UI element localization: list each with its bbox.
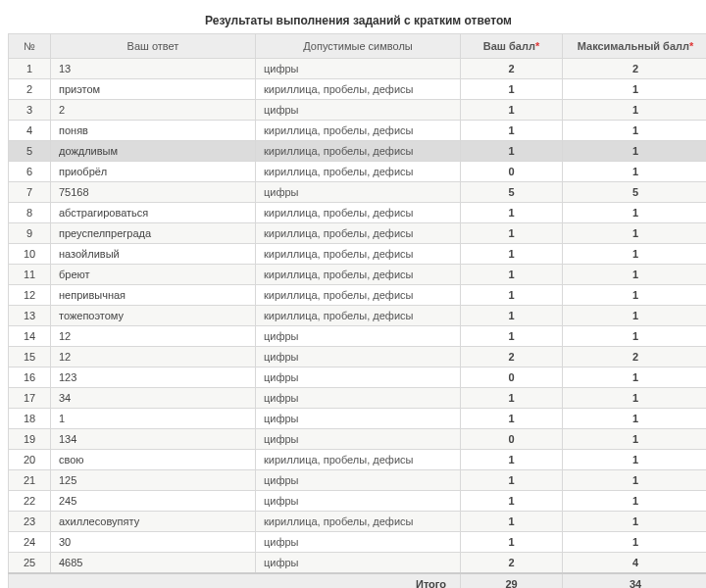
cell-answer: непривычная bbox=[51, 285, 256, 306]
table-row: 20своюкириллица, пробелы, дефисы11 bbox=[9, 450, 707, 470]
cell-max: 1 bbox=[563, 368, 707, 388]
cell-num: 8 bbox=[9, 203, 51, 223]
cell-score: 1 bbox=[461, 141, 563, 162]
cell-score: 1 bbox=[461, 491, 563, 512]
cell-score: 1 bbox=[461, 306, 563, 326]
table-row: 22245цифры11 bbox=[9, 491, 707, 512]
cell-num: 16 bbox=[9, 368, 51, 388]
header-answer: Ваш ответ bbox=[51, 34, 256, 59]
cell-max: 1 bbox=[563, 162, 707, 182]
table-row: 6приобрёлкириллица, пробелы, дефисы01 bbox=[9, 162, 707, 182]
cell-symbols: кириллица, пробелы, дефисы bbox=[256, 450, 461, 470]
table-row: 8абстрагироватьсякириллица, пробелы, деф… bbox=[9, 203, 707, 223]
cell-score: 2 bbox=[461, 553, 563, 574]
cell-score: 1 bbox=[461, 532, 563, 553]
cell-max: 1 bbox=[563, 388, 707, 409]
cell-symbols: цифры bbox=[256, 429, 461, 450]
cell-max: 1 bbox=[563, 265, 707, 285]
footer-max: 34 bbox=[563, 573, 707, 588]
cell-max: 1 bbox=[563, 79, 707, 100]
cell-num: 20 bbox=[9, 450, 51, 470]
cell-max: 1 bbox=[563, 326, 707, 347]
cell-max: 1 bbox=[563, 121, 707, 141]
cell-score: 1 bbox=[461, 388, 563, 409]
cell-symbols: кириллица, пробелы, дефисы bbox=[256, 79, 461, 100]
cell-score: 2 bbox=[461, 347, 563, 368]
cell-symbols: кириллица, пробелы, дефисы bbox=[256, 141, 461, 162]
cell-num: 25 bbox=[9, 553, 51, 574]
cell-num: 12 bbox=[9, 285, 51, 306]
cell-max: 1 bbox=[563, 244, 707, 265]
cell-num: 24 bbox=[9, 532, 51, 553]
cell-answer: 30 bbox=[51, 532, 256, 553]
cell-symbols: цифры bbox=[256, 532, 461, 553]
cell-max: 1 bbox=[563, 306, 707, 326]
cell-num: 3 bbox=[9, 100, 51, 121]
cell-num: 17 bbox=[9, 388, 51, 409]
cell-max: 1 bbox=[563, 141, 707, 162]
cell-symbols: цифры bbox=[256, 388, 461, 409]
cell-score: 1 bbox=[461, 326, 563, 347]
cell-answer: приэтом bbox=[51, 79, 256, 100]
table-row: 1512цифры22 bbox=[9, 347, 707, 368]
table-row: 254685цифры24 bbox=[9, 553, 707, 574]
table-row: 13тожепоэтомукириллица, пробелы, дефисы1… bbox=[9, 306, 707, 326]
cell-answer: 2 bbox=[51, 100, 256, 121]
table-row: 10назойливыйкириллица, пробелы, дефисы11 bbox=[9, 244, 707, 265]
table-row: 113цифры22 bbox=[9, 59, 707, 79]
cell-num: 6 bbox=[9, 162, 51, 182]
header-score: Ваш балл* bbox=[461, 34, 563, 59]
cell-num: 23 bbox=[9, 512, 51, 532]
header-row: № Ваш ответ Допустимые символы Ваш балл*… bbox=[9, 34, 707, 59]
cell-symbols: цифры bbox=[256, 553, 461, 574]
table-row: 11бреюткириллица, пробелы, дефисы11 bbox=[9, 265, 707, 285]
cell-symbols: цифры bbox=[256, 491, 461, 512]
cell-max: 2 bbox=[563, 347, 707, 368]
cell-max: 1 bbox=[563, 203, 707, 223]
cell-answer: абстрагироваться bbox=[51, 203, 256, 223]
cell-symbols: кириллица, пробелы, дефисы bbox=[256, 306, 461, 326]
cell-max: 1 bbox=[563, 491, 707, 512]
table-row: 21125цифры11 bbox=[9, 470, 707, 491]
cell-num: 4 bbox=[9, 121, 51, 141]
cell-num: 9 bbox=[9, 223, 51, 244]
cell-symbols: кириллица, пробелы, дефисы bbox=[256, 244, 461, 265]
cell-max: 4 bbox=[563, 553, 707, 574]
cell-score: 1 bbox=[461, 512, 563, 532]
cell-answer: 123 bbox=[51, 368, 256, 388]
cell-answer: 1 bbox=[51, 409, 256, 429]
table-row: 32цифры11 bbox=[9, 100, 707, 121]
table-row: 16123цифры01 bbox=[9, 368, 707, 388]
cell-answer: приобрёл bbox=[51, 162, 256, 182]
cell-score: 1 bbox=[461, 285, 563, 306]
cell-max: 1 bbox=[563, 429, 707, 450]
cell-max: 1 bbox=[563, 532, 707, 553]
cell-num: 18 bbox=[9, 409, 51, 429]
table-row: 775168цифры55 bbox=[9, 182, 707, 203]
cell-symbols: кириллица, пробелы, дефисы bbox=[256, 203, 461, 223]
cell-answer: 75168 bbox=[51, 182, 256, 203]
cell-answer: свою bbox=[51, 450, 256, 470]
cell-answer: 13 bbox=[51, 59, 256, 79]
table-row: 9преуспелпреградакириллица, пробелы, деф… bbox=[9, 223, 707, 244]
cell-answer: тожепоэтому bbox=[51, 306, 256, 326]
cell-answer: 12 bbox=[51, 326, 256, 347]
cell-answer: 125 bbox=[51, 470, 256, 491]
cell-symbols: кириллица, пробелы, дефисы bbox=[256, 285, 461, 306]
table-row: 12непривычнаякириллица, пробелы, дефисы1… bbox=[9, 285, 707, 306]
cell-symbols: цифры bbox=[256, 182, 461, 203]
cell-max: 1 bbox=[563, 512, 707, 532]
cell-symbols: цифры bbox=[256, 347, 461, 368]
cell-score: 1 bbox=[461, 121, 563, 141]
cell-max: 1 bbox=[563, 409, 707, 429]
cell-score: 1 bbox=[461, 244, 563, 265]
table-row: 2430цифры11 bbox=[9, 532, 707, 553]
cell-num: 14 bbox=[9, 326, 51, 347]
cell-score: 0 bbox=[461, 368, 563, 388]
table-row: 1734цифры11 bbox=[9, 388, 707, 409]
cell-num: 7 bbox=[9, 182, 51, 203]
cell-score: 1 bbox=[461, 265, 563, 285]
cell-score: 5 bbox=[461, 182, 563, 203]
cell-answer: ахиллесовупяту bbox=[51, 512, 256, 532]
cell-score: 1 bbox=[461, 409, 563, 429]
